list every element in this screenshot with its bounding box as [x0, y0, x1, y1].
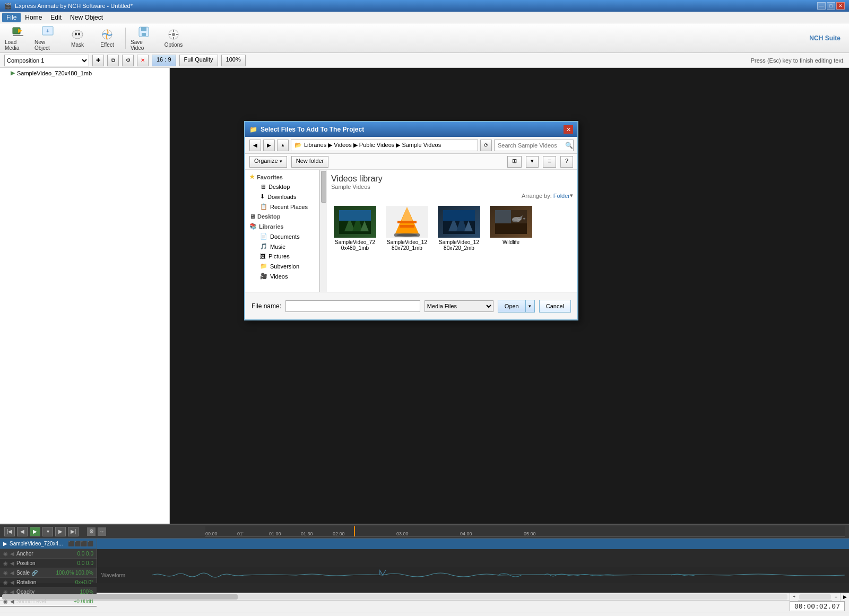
- libraries-group[interactable]: 📚 Libraries: [245, 221, 319, 231]
- new-folder-button[interactable]: New folder: [291, 156, 329, 168]
- comp-btn-dup[interactable]: ⧉: [107, 55, 119, 66]
- svg-rect-17: [176, 34, 178, 35]
- sidebar-item-documents[interactable]: 📄 Documents: [245, 231, 319, 241]
- sidebar-scrollbar[interactable]: [319, 170, 327, 292]
- zoom-button[interactable]: 100%: [221, 55, 246, 66]
- sidebar-item-recent[interactable]: 📋 Recent Places: [245, 202, 319, 212]
- desktop-group[interactable]: 🖥 Desktop: [245, 212, 319, 221]
- zoom-add-button[interactable]: +: [790, 593, 798, 601]
- horizontal-scrollbar[interactable]: [2, 594, 787, 600]
- zoom-remove-button[interactable]: −: [832, 593, 841, 601]
- close-button[interactable]: ✕: [836, 2, 845, 10]
- tl-play-options[interactable]: ▾: [42, 527, 53, 536]
- scale-value: 100.0% 100.0%: [56, 570, 93, 576]
- tl-zoom-fit[interactable]: ↔: [98, 527, 106, 536]
- effect-button[interactable]: Effect: [93, 25, 121, 51]
- file-item-video3[interactable]: SampleVideo_1280x720_2mb: [435, 203, 483, 254]
- tl-last-frame[interactable]: ▶|: [68, 527, 79, 536]
- load-media-button[interactable]: Load Media: [4, 25, 32, 51]
- filetype-select[interactable]: Media Files: [424, 300, 493, 312]
- sidebar-item-downloads[interactable]: ⬇ Downloads: [245, 192, 319, 202]
- view-icons-button[interactable]: ⊞: [507, 156, 522, 168]
- tl-keyframe-settings[interactable]: ⚙: [87, 527, 96, 536]
- new-object-button[interactable]: + New Object: [34, 25, 62, 51]
- timeline-area: |◀ ◀ ▶ ▾ ▶ ▶| ⚙ ↔ 00:00 01' 01:00 01:30 …: [0, 524, 849, 593]
- sidebar-item-pictures[interactable]: 🖼 Pictures: [245, 251, 319, 261]
- tl-first-frame[interactable]: |◀: [4, 527, 15, 536]
- sidebar-item-desktop[interactable]: 🖥 Desktop: [245, 182, 319, 192]
- search-input[interactable]: [494, 140, 574, 151]
- nav-up-button[interactable]: ▲: [277, 140, 289, 151]
- file-item-vlc[interactable]: SampleVideo_1280x720_1mb: [383, 203, 431, 254]
- svg-rect-27: [400, 225, 414, 228]
- file-item-wildlife[interactable]: Wildlife: [487, 203, 535, 254]
- comp-btn-delete[interactable]: ✕: [137, 55, 149, 66]
- quality-button[interactable]: Full Quality: [179, 55, 218, 66]
- sidebar-item-music[interactable]: 🎵 Music: [245, 241, 319, 251]
- ratio-button[interactable]: 16 : 9: [152, 55, 176, 66]
- dialog-close-button[interactable]: ✕: [564, 125, 573, 134]
- svg-point-40: [523, 218, 525, 219]
- breadcrumb-icon[interactable]: 📂: [294, 142, 302, 149]
- horizontal-scrollbar-area: + − ▶: [0, 593, 849, 600]
- tl-play[interactable]: ▶: [30, 527, 40, 536]
- scrollbar-thumb[interactable]: [321, 171, 326, 203]
- comp-btn-settings[interactable]: ⚙: [122, 55, 134, 66]
- cancel-button[interactable]: Cancel: [539, 300, 571, 313]
- minimize-button[interactable]: —: [817, 2, 826, 10]
- menu-home[interactable]: Home: [21, 13, 46, 22]
- maximize-button[interactable]: □: [827, 2, 835, 10]
- menu-edit[interactable]: Edit: [46, 13, 66, 22]
- pictures-label: Pictures: [268, 253, 290, 259]
- dialog-nav-bar: ◀ ▶ ▲ 📂 Libraries ▶ Videos ▶ Public Vide…: [245, 137, 577, 154]
- sidebar-item-subversion[interactable]: 📁 Subversion: [245, 261, 319, 271]
- svg-text:+: +: [46, 28, 49, 34]
- toolbar: Load Media + New Object Mask Effect Save…: [0, 23, 849, 53]
- zoom-slider[interactable]: [799, 594, 831, 600]
- sidebar-item-videos[interactable]: 🎥 Videos: [245, 271, 319, 281]
- nav-forward-button[interactable]: ▶: [263, 140, 275, 151]
- track-header-controls: ⬛⬛⬛⬛: [68, 541, 93, 546]
- arrange-arrow: ▾: [570, 192, 573, 199]
- save-video-button[interactable]: Save Video: [130, 25, 158, 51]
- dialog-toolbar: Organize ▾ New folder ⊞ ▾ ≡ ?: [245, 154, 577, 170]
- help-button[interactable]: ?: [560, 156, 573, 168]
- track-content: Waveform: [97, 539, 849, 583]
- left-panel: ▶ SampleVideo_720x480_1mb: [0, 68, 170, 524]
- timeline-ruler: 00:00 01' 01:00 01:30 02:00 03:00 04:00 …: [205, 526, 845, 537]
- dialog-title-text: Select Files To Add To The Project: [261, 126, 364, 133]
- composition-select[interactable]: Composition 1: [4, 55, 89, 66]
- open-dropdown-button[interactable]: ▾: [525, 300, 535, 313]
- rotation-value: 0x+0.0°: [75, 579, 93, 585]
- open-button[interactable]: Open: [498, 300, 525, 313]
- dialog-body: ★ Favorites 🖥 Desktop ⬇ Downloads 📋 Rece…: [245, 170, 577, 292]
- horizontal-scrollbar-thumb[interactable]: [2, 594, 238, 600]
- tl-prev-frame[interactable]: ◀: [17, 527, 28, 536]
- svg-rect-23: [339, 210, 371, 221]
- documents-label: Documents: [270, 233, 300, 240]
- playhead[interactable]: [354, 526, 355, 536]
- nav-refresh-button[interactable]: ⟳: [480, 140, 492, 151]
- tl-next-frame[interactable]: ▶: [55, 527, 66, 536]
- view-toggle-button[interactable]: ▾: [526, 156, 539, 168]
- waveform-label: Waveform: [101, 572, 125, 578]
- comp-btn-add[interactable]: ✚: [92, 55, 104, 66]
- track-position: ◉ ◀ Position 0.0 0.0: [0, 559, 97, 568]
- nav-back-button[interactable]: ◀: [249, 140, 261, 151]
- filename-input[interactable]: [285, 300, 420, 312]
- organize-button[interactable]: Organize ▾: [249, 156, 287, 168]
- track-header: ▶ SampleVideo_720x4... ⬛⬛⬛⬛: [0, 539, 97, 549]
- zoom-right-button[interactable]: ▶: [841, 593, 849, 601]
- view-details-button[interactable]: ≡: [543, 156, 556, 168]
- canvas-area: 📁 Select Files To Add To The Project ✕ ◀…: [170, 68, 849, 524]
- menu-new-object[interactable]: New Object: [66, 13, 107, 22]
- menu-file[interactable]: File: [2, 13, 21, 22]
- sound-value: +0.00dB: [73, 598, 93, 604]
- arrange-value[interactable]: Folder: [553, 193, 570, 199]
- file-item-video1[interactable]: SampleVideo_720x480_1mb: [331, 203, 379, 254]
- track-scale: ◉ ◀ Scale 🔗 100.0% 100.0%: [0, 568, 97, 578]
- options-button[interactable]: Options: [160, 25, 187, 51]
- favorites-group[interactable]: ★ Favorites: [245, 172, 319, 182]
- tree-item-video[interactable]: ▶ SampleVideo_720x480_1mb: [0, 68, 169, 78]
- mask-button[interactable]: Mask: [64, 25, 91, 51]
